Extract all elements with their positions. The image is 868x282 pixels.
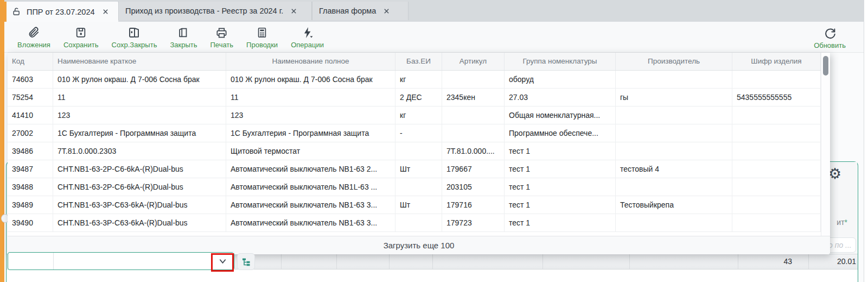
grid-cell[interactable]: тест 1	[505, 160, 616, 178]
header-cell[interactable]: Шифр изделия	[732, 53, 821, 70]
grid-cell[interactable]	[442, 106, 505, 124]
scrollbar-thumb[interactable]	[823, 56, 828, 76]
grid-cell[interactable]: CHT.NB1-63-3P-C63-6kA-(R)Dual-bus	[53, 214, 226, 231]
grid-cell[interactable]: 7Т.81.0.000.2303	[53, 142, 226, 160]
grid-cell[interactable]	[395, 214, 442, 231]
grid-cell[interactable]	[732, 160, 821, 178]
grid-cell[interactable]	[732, 196, 821, 214]
grid-cell[interactable]: Щитовой термостат	[226, 142, 395, 160]
grid-cell[interactable]: 010 Ж рулон окраш. Д 7-006 Сосна брак	[226, 71, 395, 88]
grid-cell[interactable]: 75254	[8, 89, 53, 106]
grid-cell[interactable]: -	[395, 124, 442, 142]
grid-cell[interactable]	[732, 106, 821, 124]
grid-cell[interactable]: 1С Бухгалтерия - Программная защита	[226, 124, 395, 142]
close-icon[interactable]	[103, 9, 108, 15]
attachments-button[interactable]: Вложения	[11, 24, 57, 50]
grid-cell[interactable]: CHT.NB1-63-2P-C6-6kA-(R)Dual-bus	[53, 178, 226, 196]
tab-main-form[interactable]: Главная форма	[312, 2, 409, 20]
grid-cell[interactable]: 7Т.81.0.000....	[442, 142, 505, 160]
table-row[interactable]: 270021С Бухгалтерия - Программная защита…	[8, 124, 830, 142]
grid-cell[interactable]	[616, 142, 732, 160]
grid-cell[interactable]: Программное обеспече...	[505, 124, 616, 142]
header-cell[interactable]: Артикул	[442, 53, 505, 70]
grid-cell[interactable]	[442, 124, 505, 142]
name-editor-input[interactable]	[54, 253, 211, 270]
close-icon[interactable]	[291, 8, 297, 14]
postings-button[interactable]: Проводки	[240, 24, 284, 50]
grid-cell[interactable]: CHT.NB1-63-3P-C63-6kA-(R)Dual-bus	[53, 196, 226, 214]
grid-cell[interactable]	[616, 71, 732, 88]
dropdown-toggle-button[interactable]	[211, 253, 234, 270]
header-cell[interactable]: Наименование краткое	[53, 53, 226, 70]
refresh-button[interactable]: Обновить	[807, 24, 852, 51]
grid-cell[interactable]: 179723	[442, 214, 505, 231]
grid-cell[interactable]: тест 1	[505, 196, 616, 214]
grid-cell[interactable]: 11	[226, 89, 395, 106]
close-button[interactable]: Закрыть	[163, 24, 203, 50]
grid-cell[interactable]: гы	[616, 89, 732, 106]
header-cell[interactable]: Производитель	[616, 53, 732, 70]
grid-cell[interactable]: 5435555555555	[732, 89, 821, 106]
grid-cell[interactable]: кг	[395, 106, 442, 124]
grid-cell[interactable]: 203105	[442, 178, 505, 196]
grid-cell[interactable]	[442, 71, 505, 88]
table-row[interactable]: 39487CHT.NB1-63-2P-C6-6kA-(R)Dual-busАвт…	[8, 160, 830, 178]
grid-cell[interactable]: Автоматический выключатель NB1-63 3...	[226, 214, 395, 231]
close-icon[interactable]	[384, 8, 390, 14]
grid-cell[interactable]: 39488	[8, 178, 53, 196]
table-row[interactable]: 7525411112 ДЕС2345кен27.03гы543555555555…	[8, 89, 830, 106]
hierarchy-select-button[interactable]	[237, 253, 255, 270]
grid-cell[interactable]	[616, 178, 732, 196]
grid-cell[interactable]: 1С Бухгалтерия - Программная защита	[53, 124, 226, 142]
grid-cell[interactable]: оборуд	[505, 71, 616, 88]
table-row[interactable]: 41410123123кгОбщая номенклатурная...	[8, 106, 830, 124]
table-row[interactable]: 39490CHT.NB1-63-3P-C63-6kA-(R)Dual-busАв…	[8, 214, 830, 232]
header-cell[interactable]: Баз.ЕИ	[395, 53, 442, 70]
grid-cell[interactable]: Общая номенклатурная...	[505, 106, 616, 124]
header-cell[interactable]: Наименование полное	[226, 53, 395, 70]
grid-cell[interactable]: Автоматический выключатель NB1-63 2...	[226, 160, 395, 178]
grid-cell[interactable]	[732, 142, 821, 160]
table-row[interactable]: 39489CHT.NB1-63-3P-C63-6kA-(R)Dual-busАв…	[8, 196, 830, 214]
grid-cell[interactable]: Автоматический выключатель NB1L-63 ...	[226, 178, 395, 196]
grid-cell[interactable]: тест 1	[505, 178, 616, 196]
tab-document[interactable]: ППР от 23.07.2024	[4, 2, 118, 22]
grid-cell[interactable]: Автоматический выключатель NB1-63 3...	[226, 196, 395, 214]
grid-cell[interactable]: Шт	[395, 196, 442, 214]
grid-cell[interactable]: 39487	[8, 160, 53, 178]
grid-cell[interactable]: 179667	[442, 160, 505, 178]
grid-cell[interactable]: 41410	[8, 106, 53, 124]
grid-cell[interactable]: 2345кен	[442, 89, 505, 106]
code-editor-input[interactable]	[8, 253, 54, 270]
grid-cell[interactable]	[616, 106, 732, 124]
grid-cell[interactable]	[395, 142, 442, 160]
table-row[interactable]: 394867Т.81.0.000.2303Щитовой термостат7Т…	[8, 142, 830, 160]
grid-cell[interactable]	[616, 214, 732, 231]
save-button[interactable]: Сохранить	[57, 24, 105, 50]
grid-cell[interactable]	[732, 124, 821, 142]
grid-cell[interactable]	[732, 178, 821, 196]
save-close-button[interactable]: Сохр.Закрыть	[105, 24, 164, 50]
vertical-scrollbar[interactable]	[821, 53, 830, 236]
date-cell[interactable]: 20.01	[810, 254, 856, 270]
grid-cell[interactable]: 39489	[8, 196, 53, 214]
grid-cell[interactable]: 179716	[442, 196, 505, 214]
grid-cell[interactable]: CHT.NB1-63-2P-C6-6kA-(R)Dual-bus	[53, 160, 226, 178]
quantity-cell[interactable]: 43	[738, 254, 792, 270]
grid-cell[interactable]	[616, 124, 732, 142]
load-more-button[interactable]: Загрузить еще 100	[8, 236, 830, 254]
grid-cell[interactable]	[732, 214, 821, 231]
grid-cell[interactable]: 123	[53, 106, 226, 124]
grid-cell[interactable]: 39490	[8, 214, 53, 231]
grid-cell[interactable]: 11	[53, 89, 226, 106]
grid-cell[interactable]: 74603	[8, 71, 53, 88]
grid-cell[interactable]: 27.03	[505, 89, 616, 106]
grid-cell[interactable]: 39486	[8, 142, 53, 160]
tab-register[interactable]: Приход из производства - Реестр за 2024 …	[118, 2, 312, 20]
grid-cell[interactable]: тестовый 4	[616, 160, 732, 178]
grid-cell[interactable]: тест 1	[505, 142, 616, 160]
table-row[interactable]: 39488CHT.NB1-63-2P-C6-6kA-(R)Dual-busАвт…	[8, 178, 830, 196]
grid-cell[interactable]: 27002	[8, 124, 53, 142]
grid-cell[interactable]: 010 Ж рулон окраш. Д 7-006 Сосна брак	[53, 71, 226, 88]
grid-cell[interactable]	[732, 71, 821, 88]
